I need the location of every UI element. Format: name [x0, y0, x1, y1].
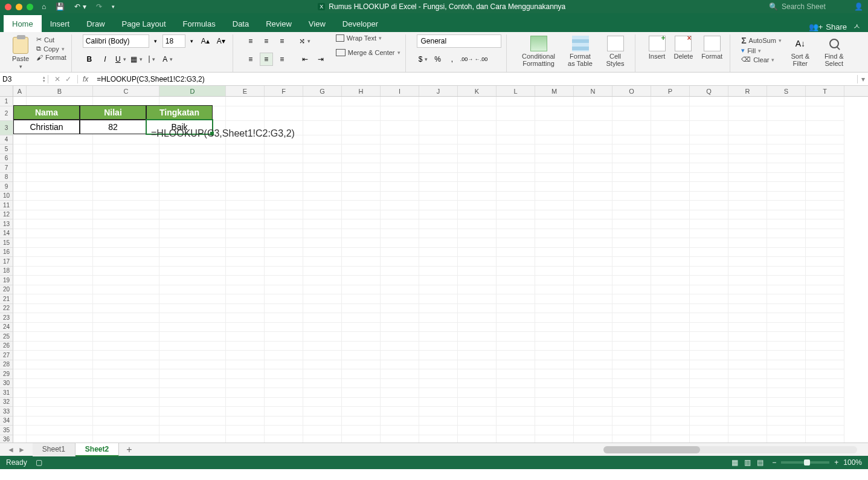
cell-R2[interactable] — [728, 106, 767, 121]
cell-T25[interactable] — [806, 332, 844, 342]
cell-H13[interactable] — [342, 219, 381, 229]
cell-N17[interactable] — [574, 257, 612, 267]
cell-C26[interactable] — [93, 342, 159, 351]
cell-D31[interactable] — [159, 388, 226, 398]
cell-E8[interactable] — [226, 173, 265, 183]
cell-R32[interactable] — [728, 398, 767, 407]
cell-P11[interactable] — [651, 201, 690, 210]
cell-M21[interactable] — [535, 294, 574, 304]
cell-E23[interactable] — [226, 313, 265, 323]
cell-B32[interactable] — [27, 398, 93, 407]
cell-Q2[interactable] — [690, 106, 728, 121]
cell-J19[interactable] — [419, 276, 458, 285]
search-input[interactable] — [782, 2, 848, 11]
cell-N22[interactable] — [574, 304, 612, 314]
cell-nama[interactable]: Christian — [13, 120, 80, 134]
cell-F21[interactable] — [265, 294, 303, 304]
cell-B7[interactable] — [27, 163, 93, 173]
cell-A35[interactable] — [13, 426, 27, 435]
tab-page-layout[interactable]: Page Layout — [114, 15, 175, 32]
cell-F29[interactable] — [265, 369, 303, 379]
sheet-prev-icon[interactable]: ◄ — [7, 446, 14, 454]
cut-button[interactable]: ✂︎Cut — [36, 36, 66, 44]
cell-Q20[interactable] — [690, 285, 728, 295]
cell-Q26[interactable] — [690, 342, 728, 351]
cell-K18[interactable] — [458, 267, 497, 276]
cell-P14[interactable] — [651, 229, 690, 239]
cell-J6[interactable] — [419, 154, 458, 164]
cell-G18[interactable] — [303, 267, 342, 276]
cell-M16[interactable] — [535, 248, 574, 258]
cell-Q3[interactable] — [690, 121, 728, 135]
zoom-control[interactable]: − + 100% — [772, 458, 862, 467]
cell-L34[interactable] — [497, 417, 535, 426]
cell-Q4[interactable] — [690, 135, 728, 145]
col-header-D[interactable]: D — [159, 86, 226, 96]
cell-F20[interactable] — [265, 285, 303, 295]
cell-G25[interactable] — [303, 332, 342, 342]
cell-J16[interactable] — [419, 248, 458, 258]
redo-icon[interactable]: ↷ — [96, 2, 102, 11]
cell-I11[interactable] — [381, 201, 419, 210]
cell-J36[interactable] — [419, 435, 458, 443]
cell-L31[interactable] — [497, 388, 535, 398]
cell-T14[interactable] — [806, 229, 844, 239]
cell-O11[interactable] — [612, 201, 651, 210]
cell-P35[interactable] — [651, 426, 690, 435]
cell-P32[interactable] — [651, 398, 690, 407]
cell-E15[interactable] — [226, 238, 265, 248]
cell-P8[interactable] — [651, 173, 690, 183]
cell-T19[interactable] — [806, 276, 844, 285]
cell-T28[interactable] — [806, 360, 844, 370]
cell-N20[interactable] — [574, 285, 612, 295]
cell-M10[interactable] — [535, 192, 574, 201]
cell-T20[interactable] — [806, 285, 844, 295]
row-header-16[interactable]: 16 — [0, 248, 13, 258]
cell-E11[interactable] — [226, 201, 265, 210]
cell-B18[interactable] — [27, 267, 93, 276]
cell-J12[interactable] — [419, 210, 458, 220]
cell-B24[interactable] — [27, 323, 93, 332]
cell-R8[interactable] — [728, 173, 767, 183]
col-header-C[interactable]: C — [93, 86, 159, 96]
cell-P34[interactable] — [651, 417, 690, 426]
cell-P13[interactable] — [651, 219, 690, 229]
cell-E31[interactable] — [226, 388, 265, 398]
cell-C32[interactable] — [93, 398, 159, 407]
cell-M6[interactable] — [535, 154, 574, 164]
italic-button[interactable]: I — [98, 53, 112, 66]
cell-H5[interactable] — [342, 144, 381, 154]
cell-K25[interactable] — [458, 332, 497, 342]
cell-Q24[interactable] — [690, 323, 728, 332]
col-header-K[interactable]: K — [458, 86, 497, 96]
cell-D29[interactable] — [159, 369, 226, 379]
row-header-32[interactable]: 32 — [0, 398, 13, 407]
cell-N4[interactable] — [574, 135, 612, 145]
sheet-tab-sheet1[interactable]: Sheet1 — [33, 443, 76, 456]
cell-I12[interactable] — [381, 210, 419, 220]
cell-T3[interactable] — [806, 121, 844, 135]
cell-C35[interactable] — [93, 426, 159, 435]
cell-E2[interactable] — [226, 106, 265, 121]
cell-O33[interactable] — [612, 407, 651, 417]
cell-R5[interactable] — [728, 144, 767, 154]
cell-C7[interactable] — [93, 163, 159, 173]
cell-F22[interactable] — [265, 304, 303, 314]
cell-A7[interactable] — [13, 163, 27, 173]
cell-J20[interactable] — [419, 285, 458, 295]
cell-J33[interactable] — [419, 407, 458, 417]
tab-formulas[interactable]: Formulas — [175, 15, 224, 32]
cell-S4[interactable] — [767, 135, 806, 145]
cell-G23[interactable] — [303, 313, 342, 323]
cell-E33[interactable] — [226, 407, 265, 417]
cell-O36[interactable] — [612, 435, 651, 443]
row-header-12[interactable]: 12 — [0, 210, 13, 220]
cell-R9[interactable] — [728, 182, 767, 192]
cell-I25[interactable] — [381, 332, 419, 342]
cell-S3[interactable] — [767, 121, 806, 135]
cell-B9[interactable] — [27, 182, 93, 192]
align-top-icon[interactable]: ≡ — [244, 34, 257, 48]
col-header-T[interactable]: T — [806, 86, 844, 96]
cell-S22[interactable] — [767, 304, 806, 314]
row-header-6[interactable]: 6 — [0, 154, 13, 164]
